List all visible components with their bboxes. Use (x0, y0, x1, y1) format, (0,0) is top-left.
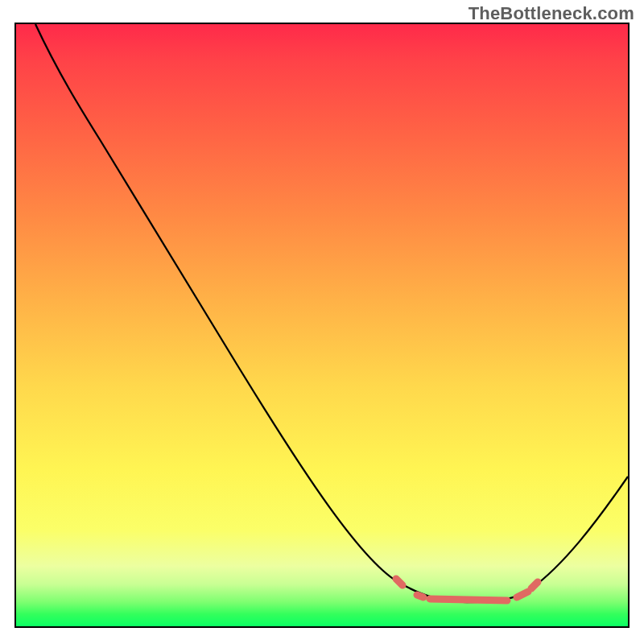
curve-line (35, 24, 628, 602)
chart-area (14, 23, 630, 628)
watermark-source: TheBottleneck.com (469, 3, 634, 24)
highlight-markers (396, 579, 538, 601)
bottleneck-curve (16, 24, 628, 626)
